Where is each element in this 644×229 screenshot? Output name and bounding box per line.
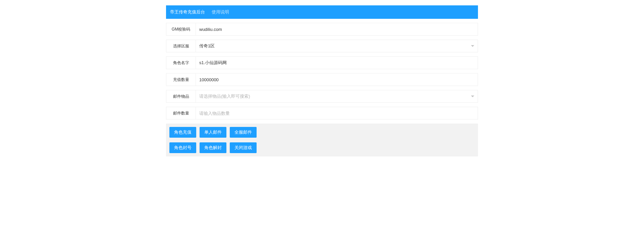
role-ban-button[interactable]: 角色封号 bbox=[169, 142, 196, 153]
mail-item-field: 请选择物品(输入即可搜索) bbox=[196, 90, 478, 102]
role-name-input[interactable] bbox=[196, 57, 478, 69]
header-bar: 帝王传奇充值后台 使用说明 bbox=[166, 5, 478, 19]
recharge-amount-row: 充值数量 bbox=[166, 73, 478, 86]
server-row: 选择区服 传奇1区 bbox=[166, 40, 478, 52]
button-section: 角色充值 单人邮件 全服邮件 角色封号 角色解封 关闭游戏 bbox=[166, 124, 478, 156]
server-label: 选择区服 bbox=[166, 40, 196, 52]
usage-link[interactable]: 使用说明 bbox=[212, 9, 229, 15]
server-select-value: 传奇1区 bbox=[199, 43, 215, 49]
role-name-field bbox=[196, 57, 478, 69]
mail-quantity-input[interactable] bbox=[196, 107, 478, 119]
role-unban-button[interactable]: 角色解封 bbox=[200, 142, 226, 153]
recharge-amount-label: 充值数量 bbox=[166, 74, 196, 86]
server-select[interactable]: 传奇1区 bbox=[196, 40, 478, 52]
close-game-button[interactable]: 关闭游戏 bbox=[230, 142, 257, 153]
mail-quantity-field bbox=[196, 107, 478, 119]
gm-code-field bbox=[196, 23, 478, 35]
gm-code-input[interactable] bbox=[196, 23, 478, 35]
server-field: 传奇1区 bbox=[196, 40, 478, 52]
mail-item-row: 邮件物品 请选择物品(输入即可搜索) bbox=[166, 90, 478, 103]
server-mail-button[interactable]: 全服邮件 bbox=[230, 127, 257, 138]
gm-code-label: GM校验码 bbox=[166, 23, 196, 35]
role-recharge-button[interactable]: 角色充值 bbox=[169, 127, 196, 138]
role-name-label: 角色名字 bbox=[166, 57, 196, 69]
header-title: 帝王传奇充值后台 bbox=[170, 9, 205, 15]
mail-quantity-row: 邮件数量 bbox=[166, 107, 478, 120]
button-row-2: 角色封号 角色解封 关闭游戏 bbox=[169, 142, 475, 153]
chevron-down-icon bbox=[471, 45, 474, 47]
role-name-row: 角色名字 bbox=[166, 56, 478, 69]
recharge-amount-field bbox=[196, 74, 478, 86]
mail-item-label: 邮件物品 bbox=[166, 90, 196, 102]
button-row-1: 角色充值 单人邮件 全服邮件 bbox=[169, 127, 475, 138]
mail-quantity-label: 邮件数量 bbox=[166, 107, 196, 119]
gm-code-row: GM校验码 bbox=[166, 23, 478, 36]
mail-item-placeholder: 请选择物品(输入即可搜索) bbox=[199, 93, 250, 99]
chevron-down-icon bbox=[471, 96, 474, 97]
mail-item-select[interactable]: 请选择物品(输入即可搜索) bbox=[196, 90, 478, 102]
recharge-amount-input[interactable] bbox=[196, 74, 478, 86]
single-mail-button[interactable]: 单人邮件 bbox=[200, 127, 226, 138]
main-container: 帝王传奇充值后台 使用说明 GM校验码 选择区服 传奇1区 角色名字 充值数量 … bbox=[166, 0, 478, 156]
